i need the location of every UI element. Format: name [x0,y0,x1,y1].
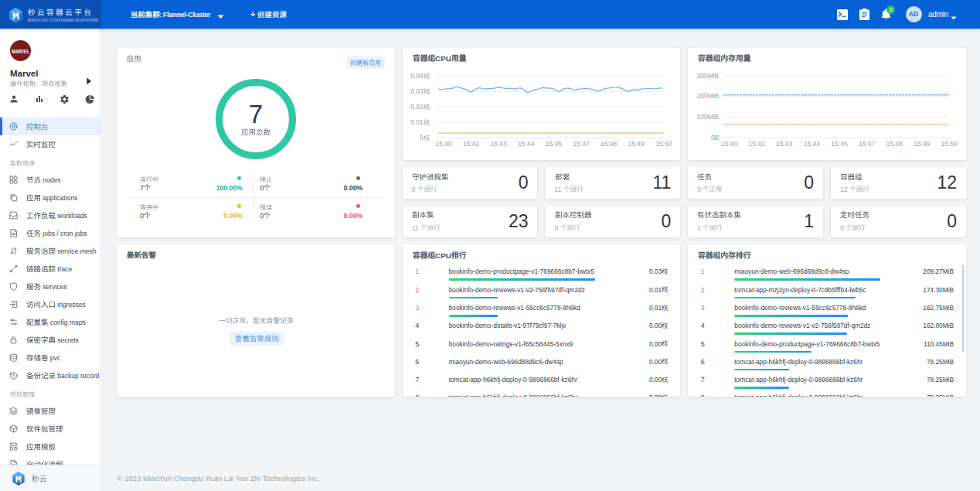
svg-text:MARVEL: MARVEL [12,48,30,53]
